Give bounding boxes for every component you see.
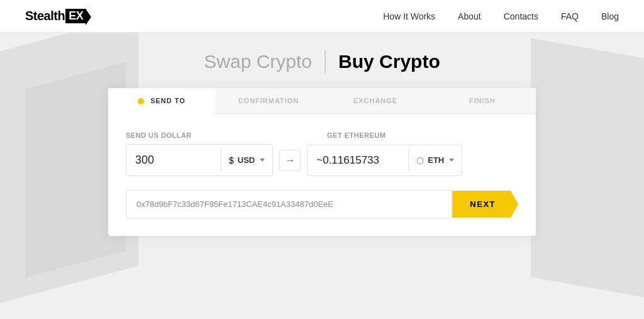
heading-divider — [325, 50, 326, 73]
step-tabs: SEND TO CONFIRMATION EXCHANGE FINISH — [108, 88, 536, 114]
arrow-right-icon: → — [285, 155, 295, 166]
nav-about[interactable]: About — [458, 11, 481, 21]
get-output-group: ~0.11615733 ⬡ ETH — [307, 145, 462, 176]
next-button[interactable]: NEXT — [452, 191, 518, 218]
nav-how-it-works[interactable]: How It Works — [383, 11, 435, 21]
mode-tabs: Swap Crypto Buy Crypto — [204, 50, 440, 73]
tab-buy-crypto[interactable]: Buy Crypto — [338, 51, 440, 72]
get-currency-selector[interactable]: ⬡ ETH — [408, 149, 462, 172]
swap-arrow-button[interactable]: → — [279, 150, 301, 171]
address-row: NEXT — [126, 190, 518, 218]
send-amount-input[interactable]: 300 — [126, 145, 221, 176]
nav: How It Works About Contacts FAQ Blog — [383, 11, 619, 21]
card-body: SEND US DOLLAR GET ETHEREUM 300 $ USD → — [108, 114, 536, 236]
logo: Stealth EX — [25, 9, 86, 23]
nav-contacts[interactable]: Contacts — [504, 11, 538, 21]
send-currency-selector[interactable]: $ USD — [221, 149, 272, 172]
usd-icon: $ — [229, 155, 234, 165]
step-tab-finish[interactable]: FINISH — [429, 88, 536, 113]
nav-blog[interactable]: Blog — [601, 11, 619, 21]
step-tab-send-to[interactable]: SEND TO — [108, 88, 215, 113]
get-label: GET ETHEREUM — [327, 132, 386, 139]
tab-swap-crypto[interactable]: Swap Crypto — [204, 51, 312, 72]
step-tab-exchange[interactable]: EXCHANGE — [322, 88, 429, 113]
send-currency-name: USD — [238, 155, 255, 165]
send-input-group: 300 $ USD — [126, 144, 273, 176]
nav-faq[interactable]: FAQ — [561, 11, 579, 21]
logo-text-ex: EX — [65, 9, 86, 23]
get-amount-value: ~0.11615733 — [308, 145, 408, 176]
wallet-address-input[interactable] — [126, 190, 452, 218]
send-label: SEND US DOLLAR — [126, 132, 314, 139]
step-tab-confirmation[interactable]: CONFIRMATION — [215, 88, 322, 113]
get-currency-chevron — [449, 159, 454, 162]
eth-icon: ⬡ — [416, 155, 424, 165]
main-content: Swap Crypto Buy Crypto SEND TO CONFIRMAT… — [0, 33, 644, 236]
step-dot — [138, 98, 144, 104]
header: Stealth EX How It Works About Contacts F… — [0, 0, 644, 33]
get-currency-name: ETH — [428, 155, 444, 165]
exchange-labels: SEND US DOLLAR GET ETHEREUM — [126, 132, 518, 139]
logo-text-stealth: Stealth — [25, 9, 65, 23]
exchange-row: 300 $ USD → ~0.11615733 ⬡ ETH — [126, 144, 518, 176]
exchange-card: SEND TO CONFIRMATION EXCHANGE FINISH SEN… — [108, 88, 536, 236]
send-currency-chevron — [260, 159, 265, 162]
